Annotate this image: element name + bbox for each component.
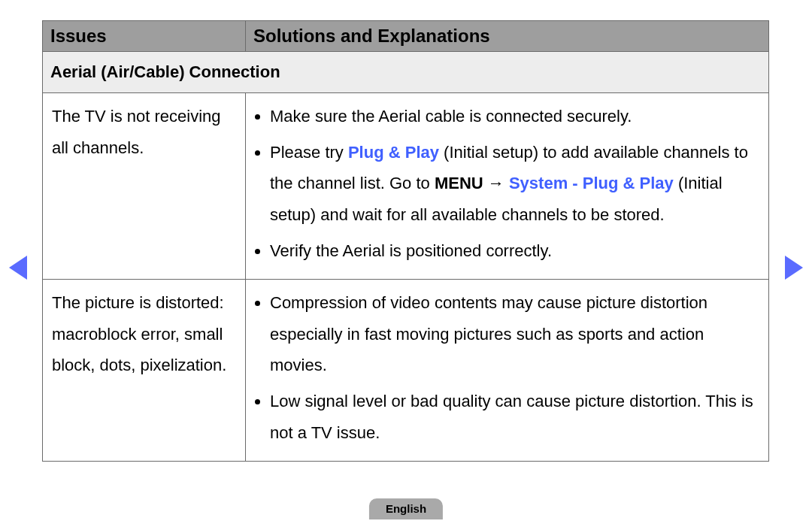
section-header-row: Aerial (Air/Cable) Connection — [43, 52, 769, 93]
menu-label: MENU — [435, 174, 483, 192]
solution-cell: Compression of video contents may cause … — [246, 279, 769, 461]
highlight-plug-and-play: Plug & Play — [348, 143, 439, 162]
solution-bullet: Low signal level or bad quality can caus… — [270, 386, 759, 449]
issue-cell: The TV is not receiving all channels. — [43, 92, 246, 279]
language-indicator: English — [369, 498, 443, 519]
table-row: The TV is not receiving all channels. Ma… — [43, 92, 769, 279]
issue-cell: The picture is distorted: macroblock err… — [43, 279, 246, 461]
table-row: The picture is distorted: macroblock err… — [43, 279, 769, 461]
highlight-system-plug-and-play: System - Plug & Play — [509, 174, 674, 192]
prev-page-arrow-icon[interactable] — [9, 256, 27, 280]
table-header-row: Issues Solutions and Explanations — [43, 21, 769, 52]
solution-bullet: Please try Plug & Play (Initial setup) t… — [270, 137, 759, 231]
next-page-arrow-icon[interactable] — [785, 256, 803, 280]
solution-bullet: Compression of video contents may cause … — [270, 287, 759, 381]
solution-cell: Make sure the Aerial cable is connected … — [246, 92, 769, 279]
col-header-solutions: Solutions and Explanations — [246, 21, 769, 52]
section-title: Aerial (Air/Cable) Connection — [43, 52, 769, 93]
solution-bullet: Verify the Aerial is positioned correctl… — [270, 235, 759, 267]
col-header-issues: Issues — [43, 21, 246, 52]
solution-bullet: Make sure the Aerial cable is connected … — [270, 101, 759, 132]
troubleshooting-table: Issues Solutions and Explanations Aerial… — [42, 20, 769, 462]
